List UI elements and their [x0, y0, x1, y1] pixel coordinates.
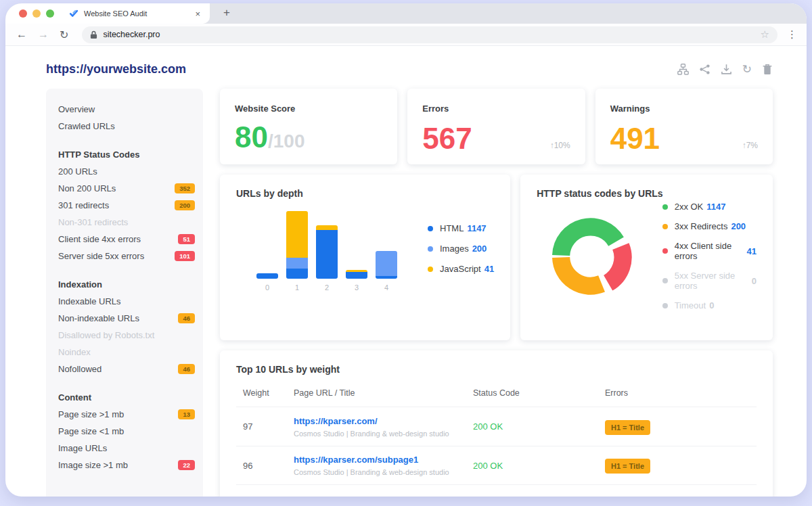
legend-label: Images: [440, 244, 469, 254]
card-label: Website Score: [235, 104, 382, 114]
report-sidebar: OverviewCrawled URLsHTTP Status Codes200…: [46, 89, 203, 497]
legend-value: 0: [709, 300, 714, 310]
bar-depth-2[interactable]: [316, 225, 338, 279]
legend-item-2xx-ok: 2xx OK1147: [662, 202, 757, 212]
count-badge: 352: [175, 183, 195, 194]
legend-dot-icon: [662, 303, 668, 308]
cell-status-code: 200 OK: [473, 421, 605, 432]
sidebar-item-label: Indexable URLs: [58, 296, 121, 306]
card-label: Errors: [422, 104, 570, 114]
sidebar-item-page-size-1-mb[interactable]: Page size <1 mb: [58, 423, 195, 440]
tab-website-seo-audit[interactable]: Website SEO Audit ×: [69, 9, 210, 19]
tab-close-icon[interactable]: ×: [195, 9, 200, 19]
sidebar-item-label: 301 redirects: [58, 200, 109, 210]
bar-chart-legend: HTML1147Images200JavaScript41: [428, 223, 494, 274]
sidebar-item-image-urls[interactable]: Image URLs: [58, 440, 195, 457]
new-tab-button[interactable]: +: [223, 6, 230, 20]
trash-icon[interactable]: [762, 64, 773, 75]
dashboard-page: https://yourwebsite.com: [5, 46, 807, 497]
donut-segment-2xx-ok[interactable]: [561, 227, 616, 255]
forward-icon[interactable]: →: [38, 28, 49, 41]
errors-value: 567: [422, 125, 472, 152]
legend-item-javascript: JavaScript41: [428, 264, 494, 274]
sidebar-item-client-side-4xx-errors[interactable]: Client side 4xx errors51: [58, 231, 195, 248]
legend-label: 2xx OK: [675, 202, 704, 212]
sidebar-item-label: Page size >1 mb: [58, 409, 124, 419]
sidebar-item-nofollowed[interactable]: Nofollowed46: [58, 361, 195, 377]
sidebar-item-label: Server side 5xx errors: [58, 251, 144, 261]
legend-dot-icon: [428, 226, 433, 231]
legend-value: 0: [752, 276, 757, 286]
sidebar-item-non-301-redirects: Non-301 redirects: [58, 214, 195, 231]
errors-delta: ↑10%: [550, 141, 570, 152]
legend-value: 41: [747, 246, 757, 256]
close-window-icon[interactable]: [19, 9, 27, 18]
sidebar-item-crawled-urls[interactable]: Crawled URLs: [58, 118, 195, 135]
tab-area: Website SEO Audit ×: [5, 3, 210, 24]
bar-depth-3[interactable]: [346, 270, 367, 279]
warnings-card: Warnings 491 ↑7%: [595, 89, 773, 164]
maximize-window-icon[interactable]: [46, 9, 54, 18]
bar-depth-4[interactable]: [376, 251, 397, 279]
legend-label: 3xx Redirects: [675, 221, 728, 231]
sidebar-item-non-indexable-urls[interactable]: Non-indexable URLs46: [58, 310, 195, 327]
sidebar-item-page-size-1-mb[interactable]: Page size >1 mb13: [58, 406, 195, 423]
bar-x-tick: 3: [346, 283, 367, 292]
cell-errors: H1 = Title: [605, 421, 757, 433]
legend-dot-icon: [428, 246, 433, 252]
download-icon[interactable]: [721, 64, 732, 75]
legend-item-html: HTML1147: [428, 223, 494, 233]
error-badge[interactable]: H1 = Title: [605, 420, 650, 435]
table-body: 97https://kparser.com/Cosmos Studio | Br…: [236, 407, 757, 485]
back-icon[interactable]: ←: [16, 28, 27, 41]
website-score-value: 80: [235, 120, 268, 154]
bar-depth-0[interactable]: [256, 273, 278, 279]
browser-menu-icon[interactable]: ⋮: [787, 28, 797, 41]
sidebar-item-image-size-1-mb[interactable]: Image size >1 mb22: [58, 457, 195, 474]
donut-segment-4xx-client-side-errors[interactable]: [608, 246, 623, 283]
audited-site-url: https://yourwebsite.com: [46, 62, 186, 76]
page-url-link[interactable]: https://kparser.com/subpage1: [294, 455, 473, 465]
urls-by-depth-chart: 01234: [256, 206, 397, 292]
sitemap-icon[interactable]: [677, 64, 689, 75]
sidebar-item-overview[interactable]: Overview: [58, 101, 195, 118]
top-urls-table-card: Top 10 URLs by weight Weight Page URL / …: [220, 350, 773, 497]
sidebar-section: HTTP Status Codes200 URLsNon 200 URLs352…: [58, 146, 195, 264]
column-header-page-url: Page URL / Title: [294, 388, 473, 398]
table-row: 97https://kparser.com/Cosmos Studio | Br…: [236, 407, 757, 446]
share-icon[interactable]: [699, 64, 710, 75]
bar-depth-1[interactable]: [286, 211, 308, 279]
traffic-lights: [19, 9, 54, 18]
minimize-window-icon[interactable]: [32, 9, 41, 18]
sidebar-item-label: Crawled URLs: [58, 121, 115, 131]
bookmark-star-icon[interactable]: ☆: [761, 28, 769, 41]
bar-segment-html: [256, 273, 278, 279]
sidebar-item-server-side-5xx-errors[interactable]: Server side 5xx errors101: [58, 248, 195, 264]
sidebar-item-non-200-urls[interactable]: Non 200 URLs352: [58, 180, 195, 197]
warnings-value: 491: [610, 125, 660, 152]
cell-errors: H1 = Title: [605, 459, 757, 472]
cell-page-url: https://kparser.com/Cosmos Studio | Bran…: [294, 416, 473, 438]
website-score-max: /100: [268, 131, 305, 152]
sidebar-item-disallowed-by-robots-txt: Disallowed by Robots.txt: [58, 327, 195, 344]
sidebar-item-indexable-urls[interactable]: Indexable URLs: [58, 293, 195, 310]
sidebar-item-200-urls[interactable]: 200 URLs: [58, 163, 195, 180]
error-badge[interactable]: H1 = Title: [605, 459, 650, 474]
count-badge: 13: [178, 409, 195, 420]
sidebar-item-noindex: Noindex: [58, 344, 195, 361]
refresh-icon[interactable]: ↻: [742, 64, 752, 75]
count-badge: 46: [178, 313, 195, 324]
donut-segment-3xx-redirects[interactable]: [561, 257, 602, 285]
url-text[interactable]: sitechecker.pro: [103, 30, 760, 39]
legend-value: 1147: [706, 202, 725, 212]
address-bar[interactable]: sitechecker.pro ☆: [82, 26, 777, 43]
cell-page-url: https://kparser.com/subpage1Cosmos Studi…: [294, 455, 473, 476]
reload-icon[interactable]: ↻: [60, 28, 68, 41]
legend-item-4xx-client-side-errors: 4xx Client side errors41: [662, 241, 757, 261]
page-url-link[interactable]: https://kparser.com/: [294, 416, 473, 426]
website-score-card: Website Score 80/100: [220, 89, 397, 164]
legend-dot-icon: [662, 278, 668, 283]
count-badge: 22: [178, 460, 195, 471]
sidebar-item-301-redirects[interactable]: 301 redirects200: [58, 197, 195, 214]
legend-value: 200: [731, 221, 746, 231]
